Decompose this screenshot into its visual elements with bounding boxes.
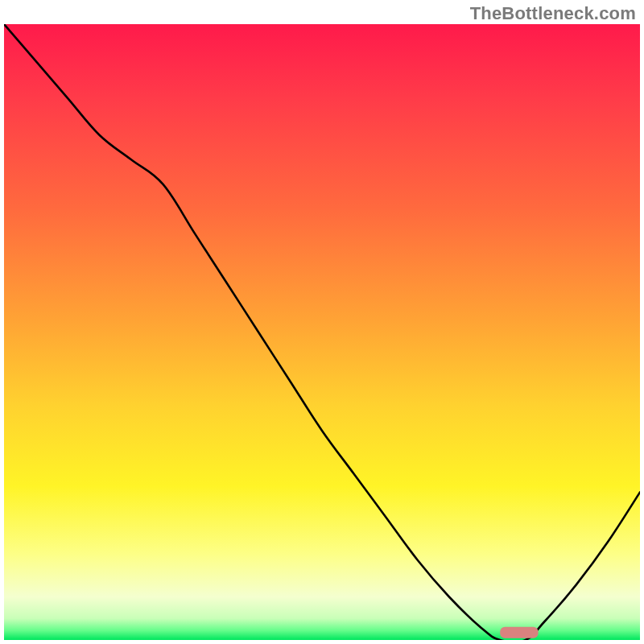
plot-area [4, 24, 640, 640]
watermark-label: TheBottleneck.com [470, 3, 636, 24]
chart-container: TheBottleneck.com [0, 0, 644, 644]
gradient-background [4, 24, 640, 640]
chart-svg [4, 24, 640, 640]
optimal-marker [500, 627, 538, 638]
